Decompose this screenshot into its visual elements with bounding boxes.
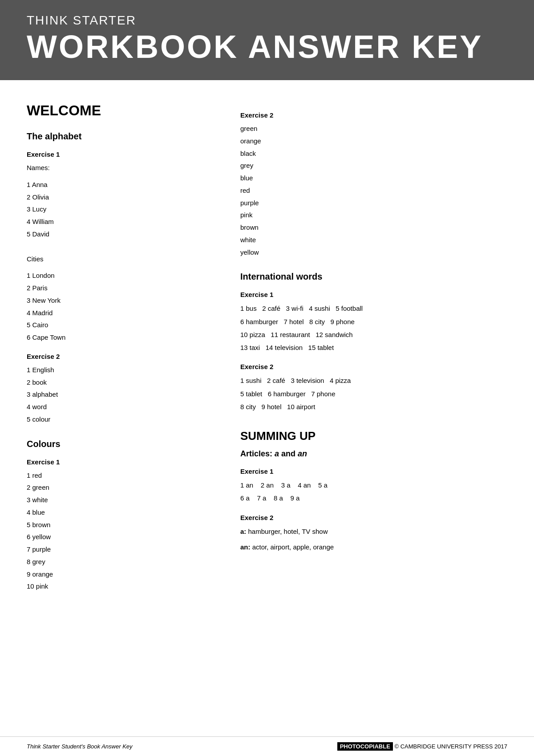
welcome-title: WELCOME [27,102,214,119]
alphabet-names: 1 Anna 2 Olivia 3 Lucy 4 William 5 David [27,179,214,240]
alphabet-cities: 1 London 2 Paris 3 New York 4 Madrid 5 C… [27,269,214,344]
summing-ex2-a: a: hamburger, hotel, TV show [240,525,507,538]
list-item: 1 bus 2 café 3 wi-fi 4 sushi 5 football [240,302,507,315]
colours-section: Colours Exercise 1 1 red 2 green 3 white… [27,439,214,593]
alphabet-subtitle: The alphabet [27,131,214,142]
list-item: black [240,147,507,160]
intl-words-subtitle: International words [240,272,507,282]
intl-ex1-label: Exercise 1 [240,291,507,298]
list-item: 3 alphabet [27,388,214,401]
list-item: 2 Paris [27,282,214,294]
list-item: 1 English [27,364,214,376]
colours-ex2-label: Exercise 2 [240,111,507,119]
footer-left-text: Think Starter Student's Book Answer Key [27,743,133,750]
colours-ex2-items: green orange black grey blue red purple … [240,122,507,258]
list-item: grey [240,159,507,172]
list-item: yellow [240,246,507,259]
list-item: 10 pink [27,580,214,593]
page-footer: Think Starter Student's Book Answer Key … [0,736,534,756]
list-item: 4 word [27,401,214,413]
list-item: 7 purple [27,543,214,556]
intl-ex1-lines: 1 bus 2 café 3 wi-fi 4 sushi 5 football … [240,302,507,354]
right-column: Exercise 2 green orange black grey blue … [240,102,507,606]
list-item: 6 yellow [27,531,214,543]
list-item: brown [240,221,507,234]
list-item: 8 city 9 hotel 10 airport [240,400,507,413]
list-item: 6 Cape Town [27,331,214,344]
list-item: 8 grey [27,556,214,568]
list-item: 5 tablet 6 hamburger 7 phone [240,387,507,400]
intl-ex2-label: Exercise 2 [240,363,507,370]
colours-subtitle: Colours [27,439,214,449]
alphabet-ex2-items: 1 English 2 book 3 alphabet 4 word 5 col… [27,364,214,426]
an-label: an: [240,543,251,551]
footer-right: PHOTOCOPIABLE © CAMBRIDGE UNIVERSITY PRE… [337,743,507,750]
list-item: 3 New York [27,294,214,307]
list-item: 9 orange [27,568,214,581]
summing-up-title: SUMMING UP [240,429,507,443]
alphabet-ex1-label: Exercise 1 [27,150,214,158]
alphabet-names-label: Names: [27,162,214,174]
intl-words-section: International words Exercise 1 1 bus 2 c… [240,272,507,413]
list-item: 1 an 2 an 3 a 4 an 5 a [240,479,507,492]
summing-ex2-an: an: actor, airport, apple, orange [240,541,507,553]
colours-ex1-label: Exercise 1 [27,458,214,466]
intl-ex2-lines: 1 sushi 2 café 3 television 4 pizza 5 ta… [240,374,507,413]
colours-ex2-section: Exercise 2 green orange black grey blue … [240,111,507,258]
list-item: 5 David [27,228,214,240]
list-item: 1 Anna [27,179,214,191]
list-item: orange [240,135,507,147]
list-item: 3 white [27,494,214,506]
list-item: 1 London [27,269,214,282]
list-item: 1 sushi 2 café 3 television 4 pizza [240,374,507,387]
list-item: 4 blue [27,506,214,519]
page-header: THINK STARTER WORKBOOK ANSWER KEY [0,0,534,80]
summing-ex1-lines: 1 an 2 an 3 a 4 an 5 a 6 a 7 a 8 a 9 a [240,479,507,505]
list-item: green [240,122,507,135]
list-item: 6 a 7 a 8 a 9 a [240,492,507,504]
list-item: 5 colour [27,413,214,426]
list-item: 3 Lucy [27,203,214,215]
list-item: 2 green [27,481,214,494]
left-column: WELCOME The alphabet Exercise 1 Names: 1… [27,102,214,606]
a-label: a: [240,528,246,535]
list-item: 2 Olivia [27,191,214,203]
summing-ex2-label: Exercise 2 [240,514,507,521]
a-text: hamburger, hotel, TV show [248,528,328,535]
list-item: red [240,184,507,197]
photocopiable-badge: PHOTOCOPIABLE [337,742,393,751]
list-item: pink [240,209,507,221]
articles-subtitle: Articles: a and an [240,449,507,459]
footer-copyright: © CAMBRIDGE UNIVERSITY PRESS 2017 [394,743,507,750]
header-title: WORKBOOK ANSWER KEY [27,29,507,65]
an-text: actor, airport, apple, orange [252,543,334,551]
list-item: 4 Madrid [27,307,214,319]
summing-up-section: SUMMING UP Articles: a and an Exercise 1… [240,429,507,553]
list-item: 5 Cairo [27,319,214,331]
list-item: 13 taxi 14 television 15 tablet [240,341,507,354]
list-item: 10 pizza 11 restaurant 12 sandwich [240,328,507,341]
footer-left: Think Starter Student's Book Answer Key [27,743,133,750]
colours-ex1-items: 1 red 2 green 3 white 4 blue 5 brown 6 y… [27,469,214,593]
list-item: 6 hamburger 7 hotel 8 city 9 phone [240,315,507,328]
list-item: 5 brown [27,519,214,531]
list-item: blue [240,172,507,184]
main-content: WELCOME The alphabet Exercise 1 Names: 1… [0,80,534,642]
alphabet-ex2-label: Exercise 2 [27,353,214,360]
summing-ex1-label: Exercise 1 [240,467,507,475]
list-item: white [240,234,507,246]
alphabet-cities-label: Cities [27,253,214,265]
alphabet-section: The alphabet Exercise 1 Names: 1 Anna 2 … [27,131,214,426]
list-item: 4 William [27,215,214,228]
list-item: 2 book [27,376,214,389]
list-item: purple [240,197,507,209]
header-subtitle: THINK STARTER [27,13,507,28]
list-item: 1 red [27,469,214,482]
